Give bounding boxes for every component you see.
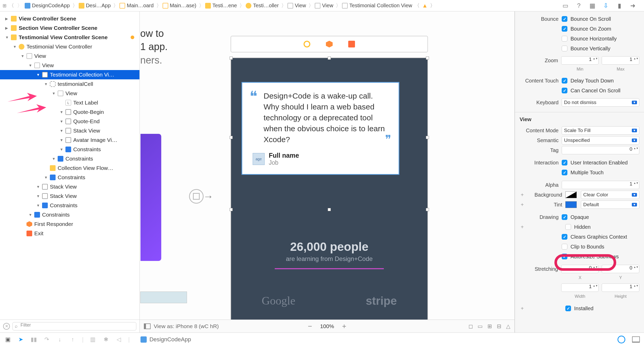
outline-item[interactable]: ▼Testimonial View Controller	[0, 42, 139, 51]
outline-item[interactable]: ▼Stack View	[0, 126, 139, 135]
breadcrumb-item[interactable]: Main…ase)〉	[163, 2, 204, 9]
resolve-icon[interactable]: ⊟	[497, 323, 501, 329]
testimonial-card[interactable]: ❝ Design+Code is a wake-up call. Why sho…	[242, 82, 399, 175]
autoresize-subviews-checkbox[interactable]	[562, 254, 567, 259]
background-swatch[interactable]	[565, 191, 577, 198]
attributes-inspector-icon[interactable]: ⇩	[602, 2, 609, 9]
stretch-h-input[interactable]: 1▲▼	[602, 283, 639, 292]
stretch-w-input[interactable]: 1▲▼	[561, 283, 599, 292]
connections-inspector-icon[interactable]: ➜	[629, 2, 636, 9]
view-controller-frame[interactable]: ❝ Design+Code is a wake-up call. Why sho…	[231, 36, 428, 320]
outline-item[interactable]: ▶View Controller Scene	[0, 14, 139, 23]
warning-icon[interactable]: ▲	[422, 2, 428, 9]
outline-item[interactable]: ▼Testimonial View Controller Scene	[0, 33, 139, 42]
outline-item[interactable]: ▼Constraints	[0, 173, 139, 182]
bounce-on-scroll-checkbox[interactable]	[562, 16, 567, 22]
breadcrumb-item[interactable]: Testi…oller〉	[246, 2, 286, 9]
semantic-select[interactable]: Unspecified▼	[562, 136, 639, 144]
outline-filter-input[interactable]: Filter	[12, 322, 136, 330]
process-indicator[interactable]: DesignCodeApp	[140, 336, 191, 343]
stretch-x-input[interactable]: 0▲▼	[561, 265, 599, 273]
breadcrumb-item[interactable]: DesignCodeApp〉	[25, 2, 78, 9]
continue-icon[interactable]: ➤	[17, 336, 24, 343]
constraints-icon[interactable]: △	[506, 323, 510, 329]
outline-item[interactable]: ▼Testimonial Collection Vi…	[0, 70, 139, 79]
first-responder-icon[interactable]	[326, 41, 333, 47]
outline-item[interactable]: ▼Stack View	[0, 182, 139, 191]
outline-item[interactable]: ▼Constraints	[0, 210, 139, 219]
outline-item[interactable]: First Responder	[0, 219, 139, 229]
user-interaction-checkbox[interactable]	[562, 160, 567, 165]
clip-to-bounds-checkbox[interactable]	[562, 244, 567, 250]
step-out-icon[interactable]: ↑	[69, 336, 76, 343]
add-background-button[interactable]: +	[520, 192, 525, 198]
interface-builder-canvas[interactable]: ow to 1 app. ners. →	[140, 11, 515, 333]
nav-forward-icon[interactable]: 〉	[16, 2, 23, 9]
zoom-out-button[interactable]: −	[306, 322, 314, 330]
step-over-icon[interactable]: ↷	[43, 336, 50, 343]
outline-item[interactable]: ▼View	[0, 51, 139, 61]
outline-item[interactable]: ▶Section View Controller Scene	[0, 23, 139, 33]
zoom-min-input[interactable]: 1▲▼	[561, 56, 599, 65]
tag-input[interactable]: 0▲▼	[562, 146, 639, 154]
alpha-input[interactable]: 1▲▼	[562, 181, 639, 189]
tint-select[interactable]: Default▼	[581, 200, 639, 209]
tint-swatch[interactable]	[565, 201, 577, 208]
bounce-on-zoom-checkbox[interactable]	[562, 26, 567, 32]
help-inspector-icon[interactable]: ?	[575, 2, 582, 9]
crumb-prev-icon[interactable]: 〈	[414, 2, 420, 9]
object-library-icon[interactable]	[618, 336, 625, 343]
crumb-next-icon[interactable]: 〉	[429, 2, 436, 9]
nav-back-icon[interactable]: 〈	[8, 2, 15, 9]
memory-graph-icon[interactable]: ✱	[102, 336, 110, 343]
view-controller-icon[interactable]	[304, 41, 310, 47]
breadcrumb-item[interactable]: View〉	[287, 2, 314, 9]
root-view[interactable]: ❝ Design+Code is a wake-up call. Why sho…	[231, 58, 428, 320]
hidden-checkbox[interactable]	[565, 224, 571, 230]
zoom-max-input[interactable]: 1▲▼	[602, 56, 639, 65]
toggle-breakpoints-icon[interactable]: ▣	[4, 336, 11, 343]
add-tint-button[interactable]: +	[520, 202, 525, 208]
breadcrumb-item[interactable]: Desi…App〉	[79, 2, 119, 9]
outline-item[interactable]: ▼Stack View	[0, 191, 139, 201]
outline-item[interactable]: ▼Constraints	[0, 201, 139, 210]
zoom-level-label[interactable]: 100%	[320, 323, 334, 329]
outline-item[interactable]: ▼Quote-End	[0, 117, 139, 126]
stretch-y-input[interactable]: 0▲▼	[602, 265, 639, 273]
outline-item[interactable]: Exit	[0, 229, 139, 238]
clears-graphics-checkbox[interactable]	[562, 234, 567, 240]
outline-item[interactable]: ▼Constraints	[0, 145, 139, 154]
align-icon[interactable]: ▭	[478, 323, 483, 329]
scene-dock[interactable]	[231, 36, 428, 52]
multiple-touch-checkbox[interactable]	[562, 170, 567, 175]
embed-in-icon[interactable]: ◻	[468, 323, 473, 329]
entry-point-arrow[interactable]: →	[189, 189, 213, 204]
installed-checkbox[interactable]	[565, 306, 571, 311]
content-mode-select[interactable]: Scale To Fill▼	[562, 126, 639, 135]
pause-icon[interactable]: ▮▮	[30, 336, 37, 343]
breadcrumb-item[interactable]: View〉	[315, 2, 341, 9]
outline-item[interactable]: ▼testimonialCell	[0, 79, 139, 89]
location-icon[interactable]: ◁	[115, 336, 123, 343]
keyboard-select[interactable]: Do not dismiss▼	[562, 98, 639, 107]
pin-icon[interactable]: ⊞	[487, 323, 492, 329]
size-inspector-icon[interactable]: ▮	[616, 2, 623, 9]
zoom-in-button[interactable]: +	[340, 322, 348, 330]
delay-touch-checkbox[interactable]	[562, 78, 567, 84]
view-as-label[interactable]: View as: iPhone 8 (wC hR)	[154, 323, 219, 329]
file-inspector-icon[interactable]: ▭	[562, 2, 569, 9]
bounce-horizontally-checkbox[interactable]	[562, 36, 567, 41]
filter-icon[interactable]	[632, 336, 640, 343]
toggle-outline-icon[interactable]	[144, 323, 151, 329]
step-into-icon[interactable]: ↓	[56, 336, 63, 343]
outline-item[interactable]: ▼Constraints	[0, 154, 139, 163]
breadcrumb-item[interactable]: Testimonial Collection View	[342, 3, 412, 9]
related-items-icon[interactable]: ⊞	[3, 3, 6, 9]
outline-item[interactable]: Collection View Flow…	[0, 163, 139, 173]
breadcrumb-item[interactable]: Testi…ene〉	[205, 2, 245, 9]
background-select[interactable]: Clear Color▼	[581, 191, 639, 199]
debug-view-icon[interactable]: ▥	[89, 336, 97, 343]
opaque-checkbox[interactable]	[562, 214, 567, 220]
bounce-vertically-checkbox[interactable]	[562, 46, 567, 51]
outline-item[interactable]: ▼Avatar Image Vi…	[0, 135, 139, 145]
